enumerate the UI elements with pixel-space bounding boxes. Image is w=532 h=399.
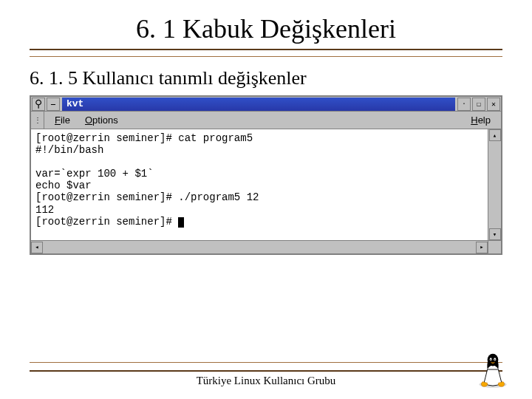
slide: 6. 1 Kabuk Değişkenleri 6. 1. 5 Kullanıc… xyxy=(0,0,532,399)
scrollbar-horizontal[interactable]: ◂ ▸ xyxy=(31,241,488,253)
divider-thin xyxy=(30,56,502,57)
slide-title: 6. 1 Kabuk Değişkenleri xyxy=(30,13,502,44)
tux-logo-icon xyxy=(476,350,510,389)
window-minimize-button[interactable]: · xyxy=(457,98,471,111)
svg-point-5 xyxy=(494,359,495,360)
menubar: ⋮ File Options Help xyxy=(31,112,501,129)
window-titlebar: ⚲ – kvt · ☐ ✕ xyxy=(31,97,501,112)
window-menu-icon[interactable]: – xyxy=(47,98,60,111)
scroll-up-button[interactable]: ▴ xyxy=(489,129,501,141)
svg-point-4 xyxy=(491,359,491,360)
footer-text: Türkiye Linux Kullanıcı Grubu xyxy=(30,375,502,387)
svg-point-1 xyxy=(488,354,499,366)
menu-options[interactable]: Options xyxy=(79,114,124,126)
scroll-track-vertical[interactable] xyxy=(488,141,501,228)
terminal-cursor xyxy=(178,217,184,228)
footer-divider-1 xyxy=(30,362,502,363)
menu-help[interactable]: Help xyxy=(465,114,497,126)
scrollbar-vertical[interactable]: ▴ ▾ xyxy=(488,129,501,240)
footer-area: Türkiye Linux Kullanıcı Grubu xyxy=(30,356,502,387)
terminal-body-row: [root@zerrin seminer]# cat program5 #!/b… xyxy=(31,129,501,240)
window-maximize-button[interactable]: ☐ xyxy=(472,98,485,111)
slide-subtitle: 6. 1. 5 Kullanıcı tanımlı değişkenler xyxy=(30,67,502,89)
terminal-output[interactable]: [root@zerrin seminer]# cat program5 #!/b… xyxy=(31,129,488,240)
menubar-items: File Options Help xyxy=(44,112,501,129)
window-title[interactable]: kvt xyxy=(62,98,455,111)
menubar-handle-icon[interactable]: ⋮ xyxy=(31,112,44,129)
divider xyxy=(30,49,502,50)
scroll-left-button[interactable]: ◂ xyxy=(31,242,43,253)
terminal-window: ⚲ – kvt · ☐ ✕ ⋮ File Options Help [root@… xyxy=(30,95,502,255)
scroll-down-button[interactable]: ▾ xyxy=(489,228,501,240)
scroll-right-button[interactable]: ▸ xyxy=(476,242,488,253)
window-pin-icon[interactable]: ⚲ xyxy=(32,98,45,111)
menu-file[interactable]: File xyxy=(49,114,76,126)
scrollbar-horizontal-row: ◂ ▸ xyxy=(31,240,501,253)
window-close-button[interactable]: ✕ xyxy=(487,98,500,111)
scroll-corner xyxy=(488,241,501,253)
footer-divider-2 xyxy=(30,370,502,372)
